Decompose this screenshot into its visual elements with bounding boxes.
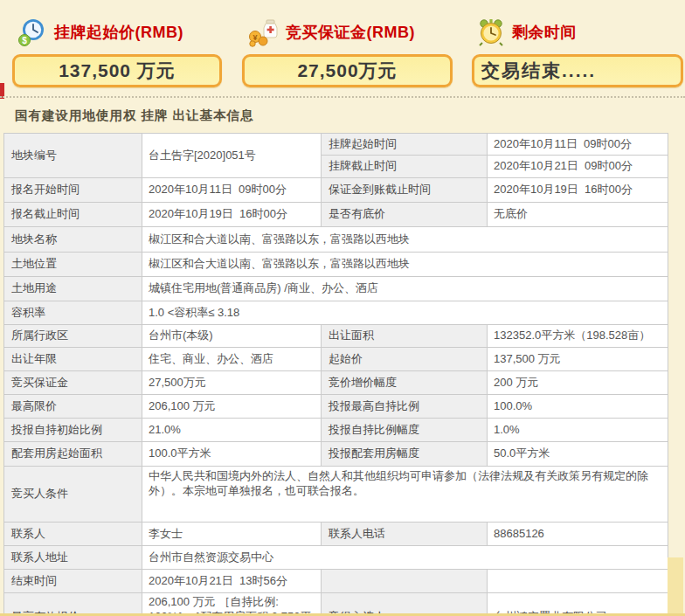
field-value: 台州市自然资源交易中心 [142,546,668,570]
table-row: 联系人李女士联系人电话88685126 [4,523,668,546]
field-value: 1.0 <容积率≤ 3.18 [142,301,668,325]
table-row: 配套用房起始面积100.0平方米投报配套用房幅度50.0平方米 [4,442,668,467]
table-row: 最高限价206,100 万元投报最高自持比例100.0% [4,395,668,419]
field-value: 城镇住宅用地(普通商品房) /商业、办公、酒店 [142,277,668,301]
field-value: 中华人民共和国境内外的法人、自然人和其他组织均可申请参加（法律法规及有关政策另有… [142,467,668,523]
field-value: 100.0% [488,395,668,419]
table-row: 出让年限住宅、商业、办公、酒店起始价137,500 万元 [4,348,668,371]
field-label: 出让年限 [4,348,142,371]
table-row: 地块编号台土告字[2020]051号挂牌起始时间2020年10月11日 09时0… [4,134,668,156]
land-listing-page: $ 挂牌起始价(RMB) 137,500 万元 ¥ [0,0,685,616]
summary-item-start-price: $ 挂牌起始价(RMB) 137,500 万元 [12,10,222,87]
table-row: 联系人地址台州市自然资源交易中心 [4,546,668,570]
field-value: 2020年10月21日 13时56分 [142,570,322,593]
field-label: 投报自持初始比例 [4,419,142,442]
field-label: 投报最高自持比例 [322,395,488,419]
summary-value-box: 137,500 万元 [12,54,222,87]
section-title: 国有建设用地使用权 挂牌 出让基本信息 [15,107,254,124]
summary-value: 27,500万元 [297,59,397,83]
field-value: 椒江区和合大道以南、富强路以东，富强路以西地块 [142,253,668,277]
field-label: 投报配套用房幅度 [322,442,488,467]
field-label: 配套用房起始面积 [4,442,142,467]
table-row: 报名开始时间2020年10月11日 09时00分保证金到账截止时间2020年10… [4,178,668,203]
field-label: 是否有底价 [322,203,488,227]
field-value: 206,100 万元 [142,395,322,419]
field-value: 100.0平方米 [142,442,322,467]
field-label: 结束时间 [4,570,142,593]
field-label: 保证金到账截止时间 [322,178,488,203]
table-row: 土地位置椒江区和合大道以南、富强路以东，富强路以西地块 [4,253,668,277]
field-label: 联系人电话 [322,523,488,546]
summary-item-remaining-time: 剩余时间 交易结束..... [472,10,683,87]
field-value: 住宅、商业、办公、酒店 [142,348,322,371]
table-row: 投报自持初始比例21.0%投报自持比例幅度1.0% [4,419,668,442]
field-label: 联系人地址 [4,546,142,570]
field-label: 地块编号 [4,134,142,178]
field-label: 所属行政区 [4,325,142,348]
land-info-table: 地块编号台土告字[2020]051号挂牌起始时间2020年10月11日 09时0… [3,133,668,616]
field-value: 27,500万元 [142,371,322,395]
field-value: 137,500 万元 [488,348,668,371]
field-value: 50.0平方米 [488,442,668,467]
summary-value: 交易结束..... [481,59,596,83]
summary-value-box: 27,500万元 [242,54,453,87]
field-label: 报名截止时间 [4,203,142,227]
field-label: 投报自持比例幅度 [322,419,488,442]
table-row: 土地用途城镇住宅用地(普通商品房) /商业、办公、酒店 [4,277,668,301]
money-bag-icon: ¥ [247,17,279,47]
field-label: 出让面积 [322,325,488,348]
table-row: 容积率1.0 <容积率≤ 3.18 [4,301,668,325]
field-label: 报名开始时间 [4,178,142,203]
table-row: 报名截止时间2020年10月19日 16时00分是否有底价无底价 [4,203,668,227]
field-label: 竞买保证金 [4,371,142,395]
field-value: 台土告字[2020]051号 [142,134,322,178]
table-row: 地块名称椒江区和合大道以南、富强路以东，富强路以西地块 [4,227,668,253]
field-label: 联系人 [4,523,142,546]
field-label: 容积率 [4,301,142,325]
field-value: 88685126 [488,523,668,546]
field-value: 132352.0平方米（198.528亩） [488,325,668,348]
field-label [322,570,488,593]
money-clock-icon: $ [17,17,47,47]
summary-label: 竞买保证金(RMB) [286,22,415,43]
field-value: 2020年10月11日 09时00分 [142,178,322,203]
summary-value-box: 交易结束..... [472,54,683,87]
dotted-divider [0,96,685,98]
field-value: 李女士 [142,523,322,546]
svg-text:¥: ¥ [253,33,257,42]
alarm-clock-icon [477,17,505,47]
field-value: 2020年10月19日 16时00分 [142,203,322,227]
field-value: 2020年10月21日 09时00分 [488,156,668,178]
summary-item-deposit: ¥ 竞买保证金(RMB) 27,500万元 [242,10,453,87]
summary-value: 137,500 万元 [59,59,176,83]
field-value: 无底价 [488,203,668,227]
table-row: 竞买保证金27,500万元竞价增价幅度200 万元 [4,371,668,395]
field-value: 21.0% [142,419,322,442]
field-value: 台州市(本级) [142,325,322,348]
field-value [488,570,668,593]
field-label: 地块名称 [4,227,142,253]
field-label: 竞价增价幅度 [322,371,488,395]
table-row: 所属行政区台州市(本级)出让面积132352.0平方米（198.528亩） [4,325,668,348]
field-value: 2020年10月11日 09时00分 [488,134,668,156]
field-label: 土地位置 [4,253,142,277]
summary-head: 剩余时间 [472,10,683,54]
svg-text:$: $ [22,36,27,45]
summary-label: 剩余时间 [512,22,577,43]
right-edge-strip [668,557,683,616]
field-label: 竞买人条件 [4,467,142,523]
summary-label: 挂牌起始价(RMB) [54,22,183,43]
field-label: 起始价 [322,348,488,371]
table-row: 竞买人条件中华人民共和国境内外的法人、自然人和其他组织均可申请参加（法律法规及有… [4,467,668,523]
summary-head: ¥ 竞买保证金(RMB) [242,10,453,54]
field-value: 200 万元 [488,371,668,395]
summary-head: $ 挂牌起始价(RMB) [12,10,222,54]
field-value: 椒江区和合大道以南、富强路以东，富强路以西地块 [142,227,668,253]
field-label: 最高限价 [4,395,142,419]
field-label: 挂牌截止时间 [322,156,488,178]
field-value: 2020年10月19日 16时00分 [488,178,668,203]
field-value: 1.0% [488,419,668,442]
field-label: 土地用途 [4,277,142,301]
field-label: 挂牌起始时间 [322,134,488,156]
table-row: 结束时间2020年10月21日 13时56分 [4,570,668,593]
